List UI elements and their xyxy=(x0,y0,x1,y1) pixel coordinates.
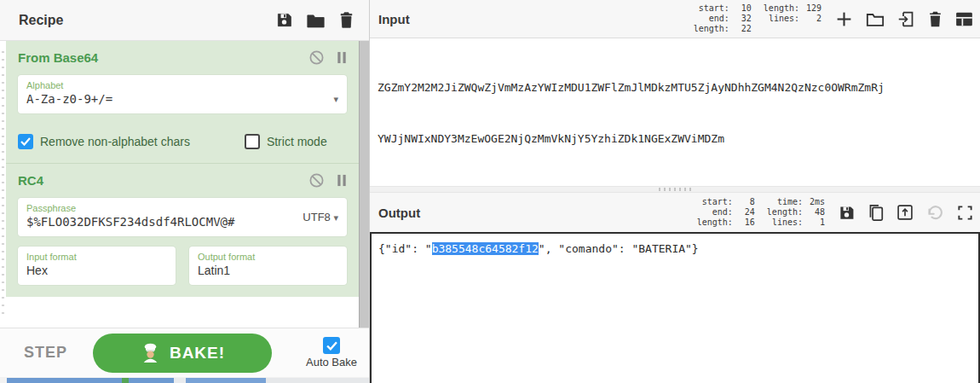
clear-input-trash-icon[interactable] xyxy=(928,11,943,27)
output-line: {"id": "b385548c64582f12", "comando": "B… xyxy=(378,241,973,258)
input-textarea[interactable]: ZGZmY2M2M2JiZWQwZjVmMzAzYWIzMDU1ZWFlZmJl… xyxy=(370,38,980,186)
drag-grip-icon xyxy=(659,188,691,191)
output-title: Output xyxy=(378,206,420,220)
recipe-title: Recipe xyxy=(19,13,63,28)
clear-recipe-trash-icon[interactable] xyxy=(339,12,354,28)
output-header: Output start:8 end:24 length:16 time:2ms… xyxy=(370,193,980,232)
open-folder-icon[interactable] xyxy=(866,11,885,27)
chevron-down-icon[interactable]: ▾ xyxy=(333,94,338,105)
strict-mode-checkbox[interactable] xyxy=(245,134,260,149)
operation-title: From Base64 xyxy=(18,50,98,65)
input-title: Input xyxy=(378,12,410,26)
alphabet-field[interactable]: Alphabet A-Za-z0-9+/= ▾ xyxy=(18,75,347,113)
input-settings-icon[interactable] xyxy=(955,12,973,26)
save-output-icon[interactable] xyxy=(839,205,855,221)
check-icon xyxy=(20,137,31,146)
operation-title: RC4 xyxy=(18,173,43,188)
pane-split-grip[interactable] xyxy=(2,51,4,319)
input-line: ZGZmY2M2M2JiZWQwZjVmMzAzYWIzMDU1ZWFlZmJl… xyxy=(378,79,975,96)
input-header: Input start:10 end:32 length:22 length:1… xyxy=(370,0,980,38)
output-text-after: ", "comando": "BATERIA"} xyxy=(539,242,699,255)
recipe-scrollbar[interactable] xyxy=(359,41,369,328)
recipe-header: Recipe xyxy=(0,0,369,41)
io-pane: Input start:10 end:32 length:22 length:1… xyxy=(369,0,980,383)
output-selected-text: b385548c64582f12 xyxy=(432,242,539,255)
breakpoint-pause-icon[interactable] xyxy=(337,174,347,187)
auto-bake-checkbox[interactable] xyxy=(323,337,340,354)
chevron-down-icon: ▾ xyxy=(333,212,338,223)
operation-from-base64[interactable]: From Base64 Alphabet A-Za-z0-9+/= ▾ xyxy=(6,41,359,163)
bake-bar: STEP BAKE! Auto Bake xyxy=(0,328,369,377)
undo-icon[interactable] xyxy=(926,205,944,220)
output-stats: start:8 end:24 length:16 time:2ms length… xyxy=(697,197,825,228)
alphabet-value[interactable]: A-Za-z0-9+/= xyxy=(26,91,333,107)
bake-button-label: BAKE! xyxy=(170,344,225,363)
disable-operation-icon[interactable] xyxy=(308,172,325,189)
output-format-label: Output format xyxy=(198,252,338,263)
recipe-pane: Recipe From Base64 Alphabet xyxy=(0,0,369,383)
load-recipe-folder-icon[interactable] xyxy=(307,13,325,28)
io-split-handle[interactable] xyxy=(370,186,980,193)
operation-rc4[interactable]: RC4 Passphrase $%FLO032DFKSF234dsdf4RLOC… xyxy=(6,163,359,297)
auto-bake-control: Auto Bake xyxy=(306,337,357,368)
remove-non-alphabet-label: Remove non-alphabet chars xyxy=(40,135,190,148)
chef-hat-icon xyxy=(140,342,161,363)
passphrase-value[interactable]: $%FLO032DFKSF234dsdf4RLOCMV@# xyxy=(26,214,303,230)
input-format-label: Input format xyxy=(26,252,167,263)
replace-input-icon[interactable] xyxy=(896,204,914,221)
check-icon xyxy=(326,341,337,351)
output-format-field[interactable]: Output format Latin1 xyxy=(189,247,347,285)
breakpoint-pause-icon[interactable] xyxy=(337,51,347,64)
open-file-icon[interactable] xyxy=(897,10,915,28)
bake-button[interactable]: BAKE! xyxy=(93,334,272,373)
passphrase-label: Passphrase xyxy=(26,203,303,214)
input-line: YWJjNWIxNDY3MzEwOGE2NjQzMmVkNjY5YzhiZDk1… xyxy=(378,131,975,148)
copy-output-icon[interactable] xyxy=(868,204,884,222)
remove-non-alphabet-checkbox[interactable] xyxy=(18,134,33,149)
cyberchef-app: Recipe From Base64 Alphabet xyxy=(0,0,980,383)
disable-operation-icon[interactable] xyxy=(308,49,325,66)
auto-bake-label: Auto Bake xyxy=(306,356,357,368)
output-text-before: {"id": " xyxy=(378,242,432,255)
alphabet-label: Alphabet xyxy=(26,80,338,91)
recipe-list: From Base64 Alphabet A-Za-z0-9+/= ▾ xyxy=(6,41,359,328)
input-format-value[interactable]: Hex xyxy=(26,263,167,279)
input-stats: start:10 end:32 length:22 length:129 lin… xyxy=(694,3,821,34)
step-button[interactable]: STEP xyxy=(24,344,67,362)
passphrase-type-dropdown[interactable]: UTF8 ▾ xyxy=(303,211,338,223)
input-format-field[interactable]: Input format Hex xyxy=(18,247,176,285)
output-textarea[interactable]: {"id": "b385548c64582f12", "comando": "B… xyxy=(370,232,980,383)
add-tab-icon[interactable] xyxy=(835,10,853,28)
strict-mode-label: Strict mode xyxy=(267,135,327,148)
save-recipe-icon[interactable] xyxy=(276,12,292,28)
maximise-output-icon[interactable] xyxy=(957,205,973,221)
passphrase-field[interactable]: Passphrase $%FLO032DFKSF234dsdf4RLOCMV@#… xyxy=(18,198,347,236)
output-format-value[interactable]: Latin1 xyxy=(198,263,338,279)
background-window-sliver xyxy=(0,377,369,383)
